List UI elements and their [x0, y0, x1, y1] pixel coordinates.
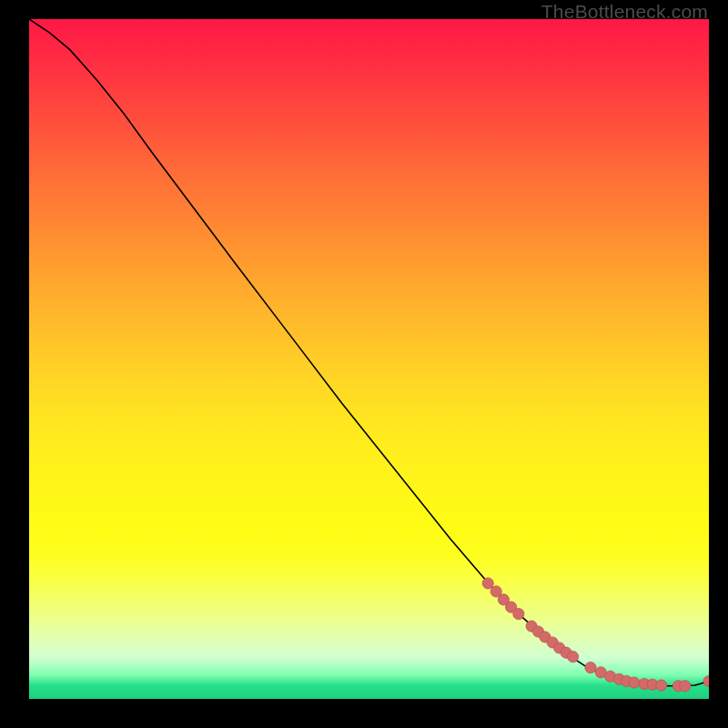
- curve-layer: [29, 19, 709, 699]
- plot-area: [29, 19, 709, 699]
- bottleneck-curve-path: [29, 19, 709, 686]
- chart-stage: TheBottleneck.com: [0, 0, 728, 728]
- highlighted-dot: [703, 675, 709, 686]
- curve-line: [29, 19, 709, 686]
- highlighted-dot: [585, 662, 596, 673]
- highlighted-dot: [482, 578, 493, 589]
- watermark-text: TheBottleneck.com: [541, 1, 708, 23]
- highlighted-dot: [656, 680, 667, 691]
- highlighted-dots-group: [482, 578, 709, 692]
- highlighted-dot: [568, 652, 579, 662]
- highlighted-dot: [629, 677, 640, 688]
- highlighted-dot: [513, 609, 524, 620]
- highlighted-dot: [680, 681, 691, 692]
